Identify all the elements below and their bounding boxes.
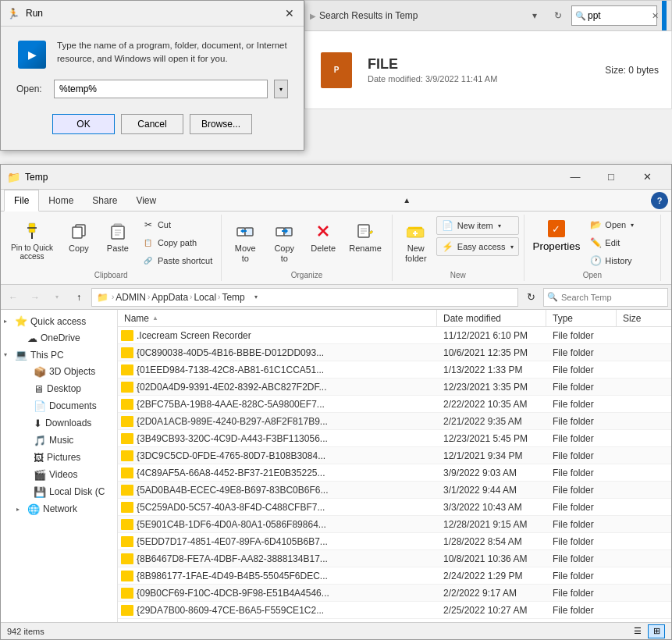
open-button[interactable]: 📂 Open ▾: [585, 216, 656, 233]
easy-access-button[interactable]: ⚡ Easy access ▾: [436, 237, 519, 256]
search-clear-button[interactable]: ✕: [652, 11, 659, 21]
run-browse-button[interactable]: Browse...: [190, 114, 252, 134]
cut-button[interactable]: ✂ Cut: [138, 216, 216, 233]
copy-label: Copy: [69, 244, 89, 254]
ribbon-collapse-button[interactable]: ▲: [399, 193, 414, 208]
nav-recent-button[interactable]: ▾: [48, 288, 66, 307]
table-row[interactable]: {09B0CF69-F10C-4DCB-9F98-E51B4A4546... 2…: [118, 585, 671, 602]
address-dropdown-button[interactable]: ▾: [248, 290, 264, 305]
file-name-cell: {01EED984-7138-42C8-AB81-61C1CCA51...: [118, 364, 437, 375]
large-icons-view-button[interactable]: ⊞: [648, 624, 665, 638]
search-input[interactable]: [588, 10, 650, 21]
sidebar-item-desktop[interactable]: 🖥 Desktop: [1, 380, 117, 397]
nav-back-button[interactable]: ←: [4, 288, 23, 307]
close-button[interactable]: ✕: [629, 165, 665, 190]
sidebar-quick-access-header[interactable]: ▸ ⭐ Quick access: [1, 313, 117, 329]
help-button[interactable]: ?: [651, 192, 668, 209]
table-row[interactable]: {5AD0BA4B-ECEC-49E8-B697-83BC0B6F6... 3/…: [118, 482, 671, 499]
col-size-header[interactable]: Size: [617, 310, 671, 326]
nav-forward-button[interactable]: →: [26, 288, 44, 307]
select-none-button[interactable]: ☐ Select none: [666, 234, 672, 251]
invert-selection-button[interactable]: ⧉ Invert selection: [666, 252, 672, 269]
item-count: 942 items: [7, 627, 44, 636]
delete-button[interactable]: Delete: [304, 216, 342, 258]
edit-button[interactable]: ✏️ Edit: [585, 234, 656, 251]
nav-up-button[interactable]: ↑: [69, 288, 88, 307]
breadcrumb-admin[interactable]: ADMIN: [116, 292, 146, 303]
table-row[interactable]: {4C89AF5A-66A8-4452-BF37-21E0B35225... 3…: [118, 464, 671, 482]
table-row[interactable]: {01EED984-7138-42C8-AB81-61C1CCA51... 1/…: [118, 361, 671, 379]
table-row[interactable]: {5EDD7D17-4851-4E07-89FA-6D4105B6B7... 1…: [118, 533, 671, 550]
table-row[interactable]: {29DA7B00-8609-47CE-B6A5-F559CE1C2... 2/…: [118, 602, 671, 619]
col-date-header[interactable]: Date modified: [437, 310, 546, 326]
breadcrumb-temp[interactable]: Temp: [222, 292, 244, 303]
search-bar-refresh-button[interactable]: ↻: [548, 5, 568, 26]
run-close-button[interactable]: ✕: [282, 5, 297, 21]
videos-label: Videos: [49, 469, 77, 480]
breadcrumb-local[interactable]: Local: [194, 292, 216, 303]
sidebar-item-network[interactable]: ▸ 🌐 Network: [1, 500, 117, 517]
address-bar[interactable]: 📁 › ADMIN › AppData › Local › Temp ▾: [91, 288, 518, 307]
run-titlebar: 🏃 Run ✕: [1, 1, 304, 27]
run-open-input[interactable]: [54, 80, 268, 98]
table-row[interactable]: {2D0A1ACB-989E-4240-B297-A8F2F817B9... 2…: [118, 413, 671, 430]
select-all-button[interactable]: ☑ Select all: [666, 216, 672, 233]
breadcrumb-appdata[interactable]: AppData: [151, 292, 188, 303]
sidebar-this-pc-header[interactable]: ▾ 💻 This PC: [1, 347, 117, 363]
copy-button[interactable]: Copy: [60, 216, 98, 258]
table-row[interactable]: .Icecream Screen Recorder 11/12/2021 6:1…: [118, 327, 671, 344]
col-type-header[interactable]: Type: [546, 310, 617, 326]
ribbon: File Home Share View ▲ ?: [1, 190, 671, 285]
paste-shortcut-button[interactable]: 🔗 Paste shortcut: [138, 252, 216, 269]
file-name-cell: {8B986177-1FAE-4D49-B4B5-55045F6DEC...: [118, 571, 437, 581]
copy-path-button[interactable]: 📋 Copy path: [138, 234, 216, 251]
minimize-button[interactable]: —: [557, 165, 593, 190]
table-row[interactable]: {5E901C4B-1DF6-4D0A-80A1-0586F89864... 1…: [118, 516, 671, 533]
table-row[interactable]: {5C259AD0-5C57-40A3-8F4D-C488CFBF7... 3/…: [118, 499, 671, 516]
maximize-button[interactable]: □: [593, 165, 629, 190]
run-cancel-button[interactable]: Cancel: [121, 114, 183, 134]
search-results-text: Search Results in Temp: [319, 10, 418, 21]
sidebar-item-music[interactable]: 🎵 Music: [1, 432, 117, 449]
sidebar-item-videos[interactable]: 🎬 Videos: [1, 466, 117, 483]
history-button[interactable]: 🕐 History: [585, 252, 656, 269]
ppt-icon: P: [321, 52, 352, 88]
run-ok-button[interactable]: OK: [52, 114, 115, 134]
new-folder-button[interactable]: Newfolder: [397, 216, 435, 268]
details-view-button[interactable]: ☰: [629, 624, 646, 638]
copy-to-button[interactable]: Copyto: [265, 216, 303, 268]
table-row[interactable]: {2BFC75BA-19B8-4AAE-828C-5A9800EF7... 2/…: [118, 396, 671, 413]
table-row[interactable]: {3DC9C5CD-0FDE-4765-80D7-B108B3084... 12…: [118, 447, 671, 464]
sidebar-item-pictures[interactable]: 🖼 Pictures: [1, 449, 117, 466]
sidebar-item-onedrive[interactable]: ☁ OneDrive: [1, 329, 117, 347]
table-row[interactable]: {8B986177-1FAE-4D49-B4B5-55045F6DEC... 2…: [118, 567, 671, 585]
sidebar-item-downloads[interactable]: ⬇ Downloads: [1, 414, 117, 432]
sidebar-item-documents[interactable]: 📄 Documents: [1, 397, 117, 414]
properties-button[interactable]: ✓ Properties: [529, 216, 585, 254]
file-name-text: {4C89AF5A-66A8-4452-BF37-21E0B35225...: [137, 468, 325, 478]
search-results-bar: ▶ Search Results in Temp ▾ ↻ 🔍 ✕: [304, 0, 672, 31]
tab-view[interactable]: View: [126, 190, 165, 212]
open-items: ✓ Properties 📂 Open ▾ ✏️ Edit: [529, 216, 656, 269]
move-to-button[interactable]: Moveto: [226, 216, 264, 268]
paste-button[interactable]: Paste: [99, 216, 137, 258]
nav-refresh-button[interactable]: ↻: [521, 288, 540, 307]
rename-button[interactable]: Rename: [343, 216, 387, 258]
tab-share[interactable]: Share: [83, 190, 126, 212]
table-row[interactable]: {8B6467D8-FE7A-4DBF-AA82-3888134B17... 1…: [118, 550, 671, 567]
table-row[interactable]: {0C890038-40D5-4B16-BBBE-D012DD093... 10…: [118, 344, 671, 361]
folder-icon: [121, 399, 133, 410]
col-name-header[interactable]: Name ▲: [118, 310, 437, 326]
new-item-button[interactable]: 📄 New item ▾: [436, 216, 519, 235]
tab-file[interactable]: File: [4, 190, 39, 212]
tab-home[interactable]: Home: [39, 190, 83, 212]
nav-search-input[interactable]: [561, 293, 669, 302]
search-bar-dropdown-button[interactable]: ▾: [524, 5, 545, 26]
table-row[interactable]: {02D0A4D9-9391-4E02-8392-ABC827F2DF... 1…: [118, 379, 671, 396]
pin-to-quick-access-button[interactable]: Pin to Quickaccess: [5, 216, 59, 265]
table-row[interactable]: {3B49CB93-320C-4C9D-A443-F3BF113056... 1…: [118, 430, 671, 447]
sidebar-item-local-disk[interactable]: 💾 Local Disk (C: [1, 483, 117, 500]
network-label: Network: [43, 503, 77, 514]
run-dropdown-button[interactable]: ▾: [274, 80, 288, 98]
sidebar-item-3d-objects[interactable]: 📦 3D Objects: [1, 363, 117, 380]
